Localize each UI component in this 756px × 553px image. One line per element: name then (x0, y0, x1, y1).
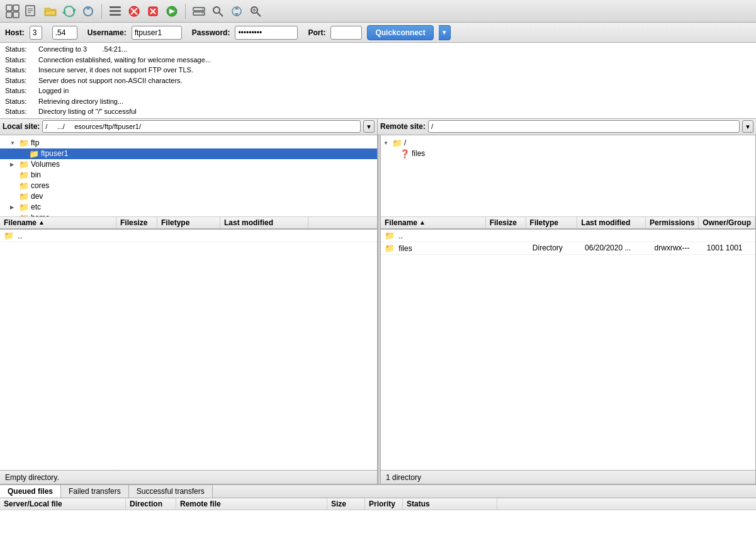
remote-file-cell-name-parent: 📁 .. (381, 230, 488, 241)
remote-path-input[interactable] (428, 120, 740, 133)
stop-queue-icon[interactable] (145, 4, 161, 19)
tab-failed-transfers[interactable]: Failed transfers (61, 485, 129, 498)
tree-item-bin[interactable]: 📁 bin (0, 170, 377, 181)
folder-icon-root: 📁 (392, 138, 402, 148)
toolbar (0, 0, 756, 23)
status-label-6: Status: (5, 96, 33, 107)
quickconnect-button[interactable]: Quickconnect (367, 25, 433, 40)
cancel-icon[interactable] (127, 4, 142, 19)
remote-col-permissions[interactable]: Permissions (646, 217, 699, 228)
port-input[interactable] (330, 26, 362, 40)
resume-queue-icon[interactable] (164, 4, 179, 19)
folder-question-icon: ❓ (400, 149, 410, 159)
port-label: Port: (308, 28, 325, 37)
remote-col-filetype[interactable]: Filetype (526, 217, 578, 228)
remote-col-permissions-label: Permissions (650, 218, 694, 227)
remote-status-text: 1 directory (386, 473, 421, 482)
server-manager-icon[interactable] (191, 4, 206, 19)
folder-icon-dev: 📁 (19, 192, 29, 201)
remote-file-cell-name-files: 📁 files (381, 243, 488, 254)
open-dir-icon[interactable] (43, 4, 58, 19)
tree-label-root: / (404, 138, 406, 147)
tree-item-files[interactable]: ❓ files (381, 148, 755, 159)
status-label-7: Status: (5, 106, 33, 117)
tree-label-ftpuser1: ftpuser1 (41, 149, 68, 158)
local-col-modified[interactable]: Last modified (220, 217, 308, 228)
status-line-6: Status: Retrieving directory listing... (5, 96, 751, 107)
status-msg-7: Directory listing of "/" successful (38, 106, 137, 117)
tab-queued-files[interactable]: Queued files (0, 485, 61, 498)
local-col-filesize[interactable]: Filesize (116, 217, 157, 228)
status-line-3: Status: Insecure server, it does not sup… (5, 65, 751, 75)
remote-col-filesize[interactable]: Filesize (486, 217, 526, 228)
status-line-5: Status: Logged in (5, 86, 751, 96)
tree-item-root[interactable]: ▼ 📁 / (381, 138, 755, 148)
remote-col-filename[interactable]: Filename ▲ (381, 217, 486, 228)
search-remote-icon[interactable] (210, 4, 225, 19)
local-col-filename[interactable]: Filename ▲ (0, 217, 116, 228)
host-input-part1[interactable] (30, 26, 42, 40)
local-path-input[interactable] (42, 120, 361, 133)
remote-file-row-parent[interactable]: 📁 .. (381, 230, 755, 242)
username-input[interactable] (132, 26, 182, 40)
folder-icon-ftp: 📁 (19, 138, 29, 148)
tree-label-etc: etc (31, 203, 41, 211)
local-file-cell-name-parent: 📁 .. (0, 230, 116, 241)
tree-item-home[interactable]: 📁 home (0, 213, 377, 217)
svg-rect-3 (13, 12, 19, 18)
status-line-7: Status: Directory listing of "/" success… (5, 106, 751, 117)
tab-successful-transfers[interactable]: Successful transfers (129, 485, 213, 498)
password-input[interactable] (235, 26, 298, 40)
local-file-row-parent[interactable]: 📁 .. (0, 230, 377, 242)
refresh-icon[interactable] (81, 4, 96, 19)
tree-label-cores: cores (31, 181, 49, 190)
host-input-part2[interactable] (52, 26, 77, 40)
new-tab-icon[interactable] (24, 4, 39, 19)
quickconnect-dropdown-button[interactable]: ▼ (439, 25, 451, 40)
remote-file-cell-size-parent (488, 235, 529, 236)
remote-file-cell-modified-parent (581, 235, 651, 236)
folder-icon-volumes: 📁 (19, 160, 29, 169)
remote-col-owner-label: Owner/Group (702, 218, 751, 227)
local-panel: ▼ 📁 ftp 📁 ftpuser1 ▶ 📁 Volumes 📁 bin (0, 135, 378, 484)
host-label: Host: (5, 28, 25, 37)
svg-line-26 (219, 13, 223, 16)
transfer-col-size: Size (327, 498, 365, 510)
status-msg-6: Retrieving directory listing... (38, 96, 123, 107)
site-manager-icon[interactable] (5, 4, 20, 19)
local-panel-status: Empty directory. (0, 470, 377, 484)
tree-label-ftp: ftp (31, 138, 39, 147)
tree-item-volumes[interactable]: ▶ 📁 Volumes (0, 159, 377, 170)
sync-browse-icon[interactable] (229, 4, 244, 19)
local-col-filetype-label: Filetype (161, 218, 189, 227)
local-path-dropdown[interactable]: ▼ (363, 120, 375, 133)
tree-item-ftp[interactable]: ▼ 📁 ftp (0, 138, 377, 148)
local-file-list-header: Filename ▲ Filesize Filetype Last modifi… (0, 217, 377, 230)
folder-icon-ftpuser1: 📁 (29, 149, 39, 159)
tree-item-ftpuser1[interactable]: 📁 ftpuser1 (0, 148, 377, 159)
transfer-tabs: Queued files Failed transfers Successful… (0, 485, 756, 498)
reconnect-icon[interactable] (62, 4, 77, 19)
tree-label-bin: bin (31, 170, 41, 179)
status-label-4: Status: (5, 75, 33, 86)
tree-item-cores[interactable]: 📁 cores (0, 181, 377, 191)
svg-point-25 (213, 7, 220, 13)
process-queue-icon[interactable] (108, 4, 123, 19)
separator-2 (185, 4, 186, 19)
svg-rect-0 (6, 5, 12, 11)
transfer-col-priority: Priority (365, 498, 403, 510)
transfer-section: Queued files Failed transfers Successful… (0, 484, 756, 553)
remote-panel: ▼ 📁 / ❓ files Filename ▲ Filesize (381, 135, 756, 484)
tree-item-dev[interactable]: 📁 dev (0, 191, 377, 202)
tree-item-etc[interactable]: ▶ 📁 etc (0, 202, 377, 213)
remote-file-cell-owner-files: 1001 1001 (703, 243, 755, 253)
find-files-icon[interactable] (248, 4, 263, 19)
remote-col-modified[interactable]: Last modified (577, 217, 646, 228)
remote-col-owner-group[interactable]: Owner/Group (699, 217, 755, 228)
remote-file-row-files[interactable]: 📁 files Directory 06/20/2020 ... drwxrwx… (381, 242, 755, 255)
remote-path-dropdown[interactable]: ▼ (742, 120, 753, 133)
separator-1 (101, 4, 102, 19)
local-col-filetype[interactable]: Filetype (157, 217, 220, 228)
svg-point-23 (202, 8, 203, 9)
local-file-cell-modified-parent (220, 235, 308, 236)
